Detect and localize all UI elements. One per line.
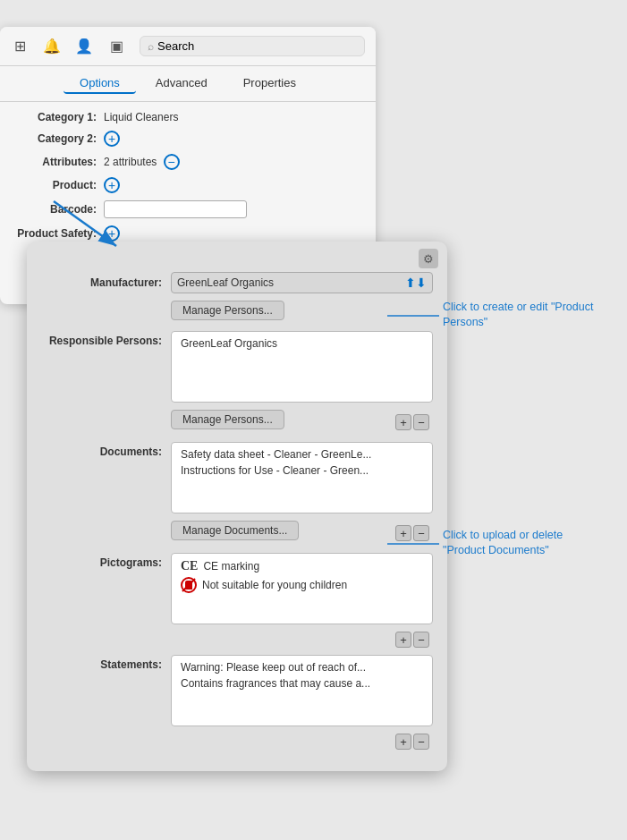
- image-icon[interactable]: ⊞: [11, 38, 29, 55]
- pictogram-no-children-item: Not suitable for young children: [177, 575, 427, 595]
- documents-label: Documents:: [41, 442, 171, 458]
- toolbar: ⊞ 🔔 👤 ▣ ⌕ Search: [0, 27, 376, 66]
- pictograms-add-btn[interactable]: +: [395, 632, 411, 648]
- manage-persons-bottom-row: Manage Persons... + −: [41, 410, 433, 435]
- svg-line-1: [54, 201, 116, 246]
- responsible-persons-label: Responsible Persons:: [41, 331, 171, 347]
- document-item-1[interactable]: Instructions for Use - Cleaner - Green..…: [177, 462, 427, 479]
- document-item-0[interactable]: Safety data sheet - Cleaner - GreenLe...: [177, 446, 427, 462]
- annotation-documents-text: Click to upload or delete "Product Docum…: [443, 529, 563, 556]
- pictograms-field: CE CE marking Not suitable for young chi…: [171, 553, 433, 624]
- select-arrow-icon: ⬆⬇: [405, 276, 427, 290]
- pictograms-label: Pictograms:: [41, 553, 171, 569]
- product-row: Product: +: [14, 177, 361, 193]
- ce-marking-icon: CE: [181, 559, 198, 573]
- documents-row: Documents: Safety data sheet - Cleaner -…: [41, 442, 433, 513]
- no-children-icon: [181, 577, 197, 593]
- category2-row: Category 2: +: [14, 131, 361, 147]
- statements-remove-btn[interactable]: −: [413, 734, 429, 750]
- manage-persons-bottom-btn[interactable]: Manage Persons...: [171, 410, 284, 429]
- annotation-persons-text: Click to create or edit "Product Persons…: [443, 301, 593, 328]
- no-children-text: Not suitable for young children: [202, 579, 347, 591]
- tab-bar: Options Advanced Properties: [0, 66, 376, 102]
- product-label: Product:: [14, 179, 104, 191]
- attributes-label: Attributes:: [14, 156, 104, 168]
- modal-form: Manufacturer: GreenLeaf Organics ⬆⬇ Mana…: [27, 272, 447, 750]
- responsible-person-item: GreenLeaf Organics: [177, 335, 427, 352]
- search-icon: ⌕: [148, 40, 154, 53]
- no-children-figure: [185, 581, 192, 590]
- responsible-persons-field[interactable]: GreenLeaf Organics: [171, 331, 433, 403]
- category2-add-btn[interactable]: +: [104, 131, 120, 147]
- manage-persons-top-btn[interactable]: Manage Persons...: [171, 301, 284, 320]
- category2-label: Category 2:: [14, 132, 104, 145]
- attributes-minus-btn[interactable]: −: [164, 154, 180, 170]
- account-icon[interactable]: 👤: [75, 38, 93, 55]
- statements-row: Statements: Warning: Please keep out of …: [41, 655, 433, 726]
- tab-properties[interactable]: Properties: [227, 73, 312, 94]
- statements-controls-row: + −: [41, 734, 433, 750]
- statements-add-btn[interactable]: +: [395, 734, 411, 750]
- tab-options[interactable]: Options: [64, 73, 136, 94]
- statements-label: Statements:: [41, 655, 171, 671]
- statement-item-0: Warning: Please keep out of reach of...: [177, 659, 427, 675]
- manufacturer-value: GreenLeaf Organics: [177, 276, 274, 289]
- attributes-value: 2 attributes: [104, 156, 157, 168]
- responsible-persons-row: Responsible Persons: GreenLeaf Organics: [41, 331, 433, 403]
- ce-marking-text: CE marking: [203, 560, 259, 573]
- annotation-persons-line: [387, 307, 441, 325]
- manage-documents-btn[interactable]: Manage Documents...: [171, 521, 299, 540]
- product-add-btn[interactable]: +: [104, 177, 120, 193]
- documents-field: Safety data sheet - Cleaner - GreenLe...…: [171, 442, 433, 513]
- layout-icon[interactable]: ▣: [107, 38, 125, 55]
- manufacturer-row: Manufacturer: GreenLeaf Organics ⬆⬇: [41, 272, 433, 293]
- category1-row: Category 1: Liquid Cleaners: [14, 111, 361, 123]
- search-bar[interactable]: ⌕ Search: [140, 36, 365, 56]
- pictograms-remove-btn[interactable]: −: [413, 632, 429, 648]
- pictograms-row: Pictograms: CE CE marking Not suitable f…: [41, 553, 433, 624]
- annotation-persons: Click to create or edit "Product Persons…: [443, 300, 599, 330]
- persons-remove-btn[interactable]: −: [413, 414, 429, 430]
- category1-value: Liquid Cleaners: [104, 111, 178, 123]
- search-placeholder: Search: [157, 39, 194, 53]
- tab-advanced[interactable]: Advanced: [140, 73, 224, 94]
- pictogram-ce-item: CE CE marking: [177, 557, 427, 575]
- persons-add-btn[interactable]: +: [395, 414, 411, 430]
- manufacturer-label: Manufacturer:: [41, 276, 171, 289]
- gear-button[interactable]: ⚙: [419, 249, 438, 268]
- arrow-svg: [45, 192, 134, 255]
- manufacturer-select[interactable]: GreenLeaf Organics ⬆⬇: [171, 272, 433, 293]
- annotation-documents: Click to upload or delete "Product Docum…: [443, 528, 599, 558]
- arrow-annotation: [45, 192, 134, 258]
- category1-label: Category 1:: [14, 111, 104, 123]
- notification-icon[interactable]: 🔔: [43, 38, 61, 55]
- manage-documents-row: Manage Documents... + −: [41, 521, 433, 546]
- pictograms-controls-row: + −: [41, 632, 433, 648]
- attributes-row: Attributes: 2 attributes −: [14, 154, 361, 170]
- main-modal: ⚙ Manufacturer: GreenLeaf Organics ⬆⬇ Ma…: [27, 242, 447, 771]
- statements-field: Warning: Please keep out of reach of... …: [171, 655, 433, 726]
- annotation-documents-line: [387, 535, 441, 553]
- statement-item-1: Contains fragrances that may cause a...: [177, 675, 427, 692]
